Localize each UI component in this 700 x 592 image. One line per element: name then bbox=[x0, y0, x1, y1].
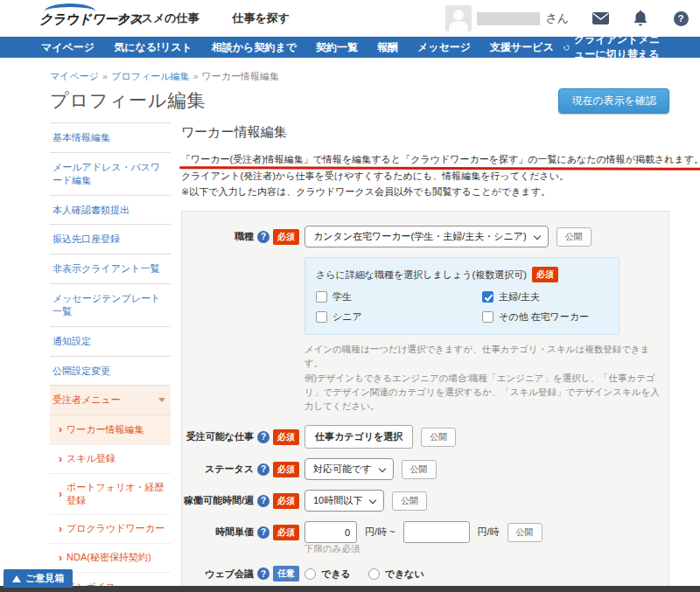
main-area: ワーカー情報編集 「ワーカー(受注者)情報編集」で情報を編集すると「クラウドワー… bbox=[181, 122, 669, 592]
worker-info-edit-label: ワーカー情報編集 bbox=[66, 423, 144, 436]
sidebar-item-portfolio[interactable]: › ポートフォリオ・経歴登録 bbox=[50, 474, 171, 515]
help-icon[interactable]: ? bbox=[257, 495, 270, 507]
occupation-select[interactable]: カンタン在宅ワーカー(学生・主婦/主夫・シニア) bbox=[304, 226, 549, 247]
chevron-right-icon: › bbox=[59, 522, 62, 536]
navbar-messages[interactable]: メッセージ bbox=[408, 40, 480, 55]
help-icon[interactable]: ? bbox=[257, 231, 270, 243]
feedback-label: ご意見箱 bbox=[25, 572, 64, 585]
checkbox-other-homeworker[interactable]: その他 在宅ワーカー bbox=[482, 310, 608, 324]
required-badge: 必須 bbox=[273, 229, 299, 245]
sidebar-item-privacy-settings[interactable]: 公開設定変更 bbox=[50, 357, 171, 387]
chevron-right-icon: › bbox=[59, 551, 62, 565]
navbar-mypage[interactable]: マイページ bbox=[32, 40, 104, 55]
nav-find-jobs[interactable]: 仕事を探す bbox=[233, 10, 290, 26]
bell-icon[interactable] bbox=[632, 10, 649, 27]
help-icon[interactable]: ? bbox=[257, 463, 270, 476]
publish-button[interactable]: 公開 bbox=[402, 460, 437, 479]
view-current-display-button[interactable]: 現在の表示を確認 bbox=[558, 88, 669, 114]
sidebar-worker-menu-header[interactable]: 受注者メニュー bbox=[50, 386, 171, 415]
help-line2: 例)デザインもできるエンジニアの場合:職種「エンジニア」を選択し、「仕事カテゴリ… bbox=[304, 373, 660, 412]
user-identity[interactable]: さん bbox=[445, 5, 569, 31]
acceptable-jobs-label-block: 受注可能な仕事 ? 必須 bbox=[182, 429, 299, 445]
select-job-category-button[interactable]: 仕事カテゴリを選択 bbox=[304, 425, 413, 449]
intro-line3: ※以下で入力した内容は、クラウドワークス会員以外でも閲覧することができます。 bbox=[181, 186, 550, 197]
occupation-label: 職種 bbox=[234, 230, 254, 243]
rate-min-input[interactable] bbox=[304, 521, 357, 543]
occupation-selected-value: カンタン在宅ワーカー(学生・主婦/主夫・シニア) bbox=[313, 230, 527, 243]
checkbox-homemaker[interactable]: 主婦/主夫 bbox=[482, 290, 608, 303]
sidebar-item-basic-info[interactable]: 基本情報編集 bbox=[50, 123, 171, 153]
caret-down-icon bbox=[378, 465, 385, 472]
caret-down-icon bbox=[533, 233, 540, 240]
navbar-rewards[interactable]: 報酬 bbox=[368, 40, 408, 55]
sidebar-item-hidden-clients[interactable]: 非表示クライアント一覧 bbox=[50, 254, 171, 284]
intro-line2: クライアント(発注者)から仕事を受けやすくするためにも、情報編集を行ってください… bbox=[181, 171, 569, 181]
required-badge: 必須 bbox=[532, 267, 558, 282]
sidebar-item-pro-crowdworker[interactable]: › プロクラウドワーカー bbox=[50, 515, 171, 544]
status-select[interactable]: 対応可能です bbox=[304, 458, 394, 480]
checkbox-senior-label: シニア bbox=[332, 310, 362, 324]
sidebar-item-nda[interactable]: › NDA(秘密保持契約) bbox=[50, 544, 171, 573]
nav-recommended-jobs[interactable]: オススメの仕事 bbox=[118, 10, 200, 26]
sidebar-item-worker-info-edit[interactable]: › ワーカー情報編集 bbox=[50, 415, 171, 444]
rate-label: 時間単価 bbox=[215, 526, 254, 539]
rate-unit-to: 円/時 bbox=[478, 526, 500, 539]
row-available-hours: 稼働可能時間/週 ? 必須 10時間以下 公開 bbox=[182, 490, 668, 512]
intro-text: 「ワーカー(受注者)情報編集」で情報を編集すると「クラウドワーカーを探す」の一覧… bbox=[181, 151, 669, 200]
publish-button[interactable]: 公開 bbox=[508, 523, 542, 542]
status-label-block: ステータス ? 必須 bbox=[182, 462, 299, 477]
radio-cannot[interactable]: できない bbox=[368, 568, 424, 581]
navbar-consult-contract[interactable]: 相談から契約まで bbox=[202, 40, 306, 55]
help-circle-icon[interactable]: ? bbox=[672, 10, 690, 27]
sidebar-item-message-templates[interactable]: メッセージテンプレート一覧 bbox=[50, 284, 171, 327]
publish-button[interactable]: 公開 bbox=[421, 428, 456, 447]
triangle-up-icon bbox=[12, 575, 21, 582]
row-hourly-rate: 時間単価 ? 必須 円/時 ~ 円/時 公開 bbox=[182, 521, 668, 543]
rate-max-input[interactable] bbox=[403, 521, 470, 543]
user-name-redacted bbox=[477, 12, 540, 25]
sidebar-item-skill-registration[interactable]: › スキル登録 bbox=[50, 445, 171, 474]
required-badge: 必須 bbox=[273, 462, 299, 477]
detail-panel-header: さらに詳細な職種を選択しましょう(複数選択可) 必須 bbox=[316, 267, 608, 282]
feedback-box-button[interactable]: ご意見箱 bbox=[4, 569, 73, 588]
breadcrumb-sep: » bbox=[192, 71, 198, 81]
checkbox-student[interactable]: 学生 bbox=[316, 290, 482, 303]
row-status: ステータス ? 必須 対応可能です 公開 bbox=[182, 458, 668, 480]
section-heading: ワーカー情報編集 bbox=[181, 124, 669, 141]
navbar-watchlist[interactable]: 気になる!リスト bbox=[104, 40, 202, 55]
mail-icon[interactable] bbox=[592, 10, 609, 27]
checkbox-senior[interactable]: シニア bbox=[316, 310, 482, 324]
navbar-support-services[interactable]: 支援サービス bbox=[480, 40, 564, 55]
breadcrumb-profile-edit[interactable]: プロフィール編集 bbox=[111, 71, 189, 81]
sidebar-item-bank-account[interactable]: 振込先口座登録 bbox=[50, 225, 171, 254]
navbar-contracts[interactable]: 契約一覧 bbox=[306, 40, 368, 55]
radio-can[interactable]: できる bbox=[304, 568, 351, 581]
occupation-controls: カンタン在宅ワーカー(学生・主婦/主夫・シニア) 公開 bbox=[304, 226, 592, 247]
breadcrumb-mypage[interactable]: マイページ bbox=[50, 71, 99, 81]
sidebar-item-notification-settings[interactable]: 通知設定 bbox=[50, 327, 171, 357]
publish-button[interactable]: 公開 bbox=[392, 491, 427, 511]
acceptable-jobs-label: 受注可能な仕事 bbox=[186, 430, 254, 443]
rate-controls: 円/時 ~ 円/時 公開 bbox=[304, 521, 542, 543]
publish-button[interactable]: 公開 bbox=[556, 227, 592, 247]
top-header: クラウドワークス オススメの仕事 仕事を探す さん ? bbox=[0, 0, 700, 37]
switch-to-client-menu[interactable]: クライアントメニューに切り替える bbox=[564, 32, 691, 62]
help-icon[interactable]: ? bbox=[257, 431, 270, 443]
sidebar-item-email-password[interactable]: メールアドレス・パスワード編集 bbox=[50, 153, 171, 196]
hours-label: 稼働可能時間/週 bbox=[184, 494, 254, 507]
sidebar-item-identity-docs[interactable]: 本人確認書類提出 bbox=[50, 196, 171, 226]
footer-strip bbox=[0, 586, 700, 592]
breadcrumb-sep: » bbox=[102, 71, 108, 81]
web-meeting-label: ウェブ会議 bbox=[205, 568, 254, 581]
checkbox-icon bbox=[482, 311, 494, 323]
checkbox-homemaker-label: 主婦/主夫 bbox=[499, 290, 540, 303]
help-icon[interactable]: ? bbox=[257, 526, 270, 539]
hours-select[interactable]: 10時間以下 bbox=[304, 490, 384, 512]
radio-can-label: できる bbox=[321, 568, 351, 581]
portfolio-label: ポートフォリオ・経歴登録 bbox=[66, 481, 168, 507]
main-navbar: マイページ 気になる!リスト 相談から契約まで 契約一覧 報酬 メッセージ 支援… bbox=[0, 37, 700, 58]
chevron-right-icon: › bbox=[59, 487, 62, 501]
occupation-help-text: メインの職種は一つだけ選択できますが、仕事カテゴリ・スキルは複数登録できます。 … bbox=[304, 342, 660, 413]
help-icon[interactable]: ? bbox=[257, 568, 270, 580]
hours-selected-value: 10時間以下 bbox=[313, 494, 362, 507]
